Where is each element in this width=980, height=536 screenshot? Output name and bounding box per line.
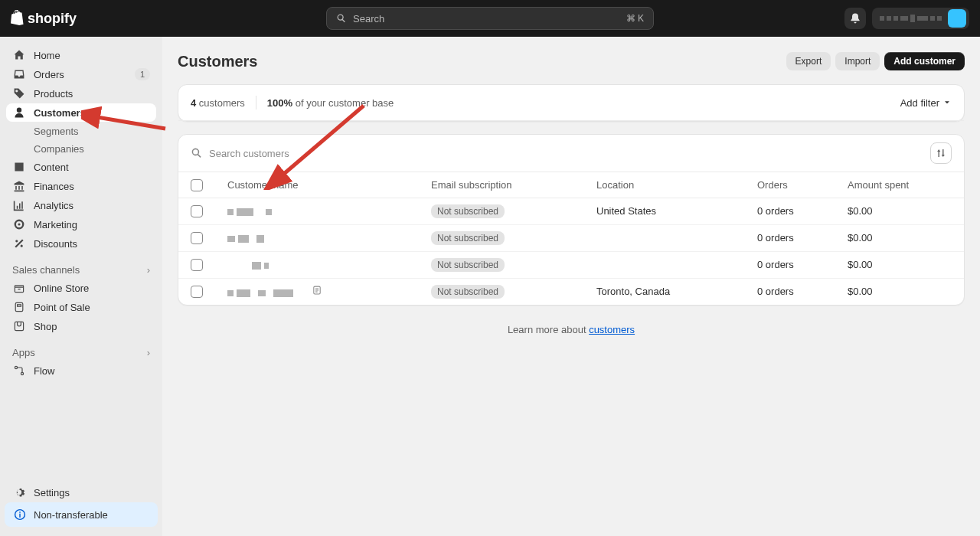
customers-search-input[interactable] (209, 148, 930, 159)
nav-orders[interactable]: Orders 1 (6, 65, 156, 83)
nav-settings-label: Settings (34, 487, 70, 498)
table-row[interactable]: Not subscribed Toronto, Canada 0 orders … (178, 278, 964, 305)
nav-segments[interactable]: Segments (6, 123, 156, 140)
subscription-badge: Not subscribed (431, 204, 505, 218)
note-icon (312, 286, 322, 298)
gear-icon (12, 486, 26, 498)
customer-name-redacted (252, 262, 269, 270)
nav-customers[interactable]: Customers (6, 103, 156, 122)
add-customer-button[interactable]: Add customer (884, 52, 965, 70)
global-search[interactable]: Search ⌘ K (326, 7, 654, 30)
orders-cell: 0 orders (745, 198, 835, 224)
svg-rect-2 (18, 305, 21, 306)
nav-settings[interactable]: Settings (6, 483, 156, 502)
shop-icon (12, 320, 26, 332)
orders-cell: 0 orders (745, 224, 835, 251)
nav-online-store-label: Online Store (34, 283, 89, 294)
nav-flow[interactable]: Flow (6, 361, 156, 380)
amount-cell: $0.00 (835, 251, 964, 278)
target-icon (12, 218, 26, 230)
learn-more-link[interactable]: customers (589, 324, 635, 335)
col-header-subscription[interactable]: Email subscription (419, 172, 584, 198)
amount-cell: $0.00 (835, 224, 964, 251)
bell-icon (849, 12, 861, 25)
nav-orders-badge: 1 (135, 68, 150, 80)
add-filter-button[interactable]: Add filter (900, 97, 952, 109)
nav-sales-channels-label: Sales channels (12, 264, 80, 276)
subscription-badge: Not subscribed (431, 285, 505, 299)
svg-rect-1 (15, 302, 23, 311)
user-menu[interactable] (872, 8, 969, 29)
chevron-right-icon: › (147, 347, 150, 358)
sort-icon (936, 148, 946, 159)
nav-discounts[interactable]: Discounts (6, 234, 156, 253)
nav-shop[interactable]: Shop (6, 317, 156, 335)
nav-analytics-label: Analytics (34, 200, 74, 211)
col-header-amount[interactable]: Amount spent (835, 172, 964, 198)
notifications-button[interactable] (844, 8, 866, 29)
subscription-badge: Not subscribed (431, 231, 505, 245)
import-button[interactable]: Import (835, 52, 880, 70)
nav-sales-channels-header[interactable]: Sales channels › (6, 261, 156, 279)
home-icon (12, 49, 26, 61)
select-all-checkbox[interactable] (191, 179, 203, 191)
nav-point-of-sale[interactable]: Point of Sale (6, 298, 156, 316)
col-header-location[interactable]: Location (584, 172, 745, 198)
stat-customer-base: 100% of your customer base (267, 97, 394, 109)
nav-pos-label: Point of Sale (34, 302, 90, 313)
table-row[interactable]: Not subscribed 0 orders $0.00 (178, 251, 964, 278)
nav-online-store[interactable]: Online Store (6, 279, 156, 297)
export-button[interactable]: Export (786, 52, 831, 70)
nav-analytics[interactable]: Analytics (6, 196, 156, 214)
location-cell: Toronto, Canada (584, 278, 745, 305)
row-checkbox[interactable] (191, 232, 203, 244)
main-content: Customers Export Import Add customer 4 c… (162, 37, 980, 536)
nav-content[interactable]: Content (6, 158, 156, 176)
col-header-orders[interactable]: Orders (745, 172, 835, 198)
customer-name-redacted (227, 289, 293, 297)
row-checkbox[interactable] (191, 205, 203, 217)
orders-cell: 0 orders (745, 251, 835, 278)
row-checkbox[interactable] (191, 286, 203, 298)
search-icon (336, 13, 347, 24)
stats-card: 4 customers 100% of your customer base A… (178, 84, 965, 122)
row-checkbox[interactable] (191, 259, 203, 271)
nav-products[interactable]: Products (6, 84, 156, 103)
store-icon (12, 282, 26, 294)
shopify-logo[interactable]: shopify (11, 10, 77, 27)
location-cell: United States (584, 198, 745, 224)
nav-marketing[interactable]: Marketing (6, 215, 156, 234)
nav-home-label: Home (34, 50, 60, 61)
sort-button[interactable] (930, 142, 952, 164)
amount-cell: $0.00 (835, 198, 964, 224)
table-row[interactable]: Not subscribed United States 0 orders $0… (178, 198, 964, 224)
amount-cell: $0.00 (835, 278, 964, 305)
location-cell (584, 224, 745, 251)
page-title: Customers (178, 53, 257, 70)
user-avatar (948, 9, 966, 28)
nav-finances[interactable]: Finances (6, 177, 156, 195)
chevron-right-icon: › (147, 264, 150, 276)
table-row[interactable]: Not subscribed 0 orders $0.00 (178, 224, 964, 251)
non-transferable-banner[interactable]: Non-transferable (5, 502, 158, 527)
nav-finances-label: Finances (34, 181, 74, 192)
nav-products-label: Products (34, 88, 73, 100)
search-shortcut: ⌘ K (626, 13, 644, 24)
nav-customers-label: Customers (34, 107, 86, 119)
nav-apps-header[interactable]: Apps › (6, 344, 156, 361)
brand-text: shopify (28, 11, 77, 27)
nav-flow-label: Flow (34, 365, 54, 377)
sidebar: Home Orders 1 Products Customers Segment… (0, 37, 162, 536)
customer-name-redacted (227, 208, 272, 216)
col-header-name[interactable]: Customer name (215, 172, 419, 198)
orders-cell: 0 orders (745, 278, 835, 305)
nav-home[interactable]: Home (6, 46, 156, 64)
percent-icon (12, 237, 26, 250)
nav-orders-label: Orders (34, 69, 64, 80)
location-cell (584, 251, 745, 278)
info-icon (14, 508, 26, 521)
chevron-down-icon (942, 98, 952, 107)
nav-companies[interactable]: Companies (6, 140, 156, 158)
inbox-icon (12, 68, 26, 80)
nav-marketing-label: Marketing (34, 219, 77, 230)
